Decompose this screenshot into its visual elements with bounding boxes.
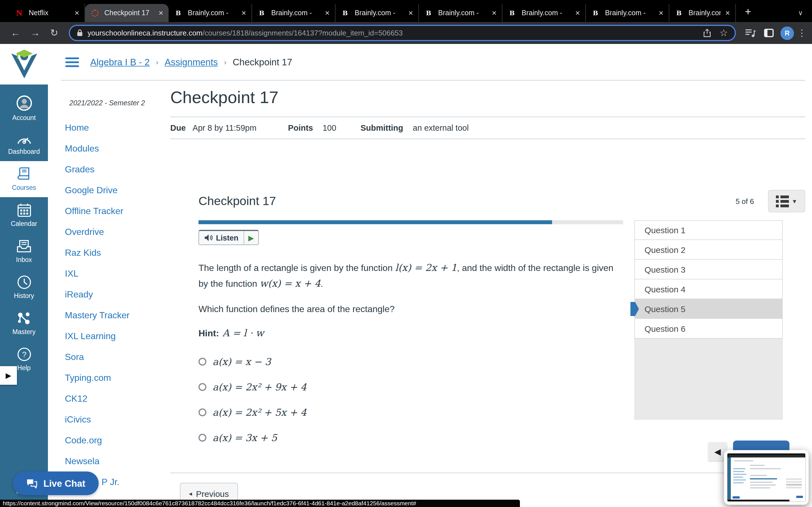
answer-option-2[interactable]: a(x) = 2x² + 9x + 4 (199, 381, 623, 393)
courses-icon (17, 167, 31, 181)
sidebar-item-account[interactable]: Account (0, 84, 48, 127)
tab-brainly-2[interactable]: B Brainly.com - ✕ (252, 4, 336, 22)
sidebar-item-mastery[interactable]: Mastery (0, 305, 48, 341)
tab-brainly-4[interactable]: B Brainly.com - ✕ (419, 4, 502, 22)
close-tab-icon[interactable]: ✕ (492, 9, 497, 17)
tab-brainly-7[interactable]: B Brainly.com - ✕ (669, 4, 736, 22)
radio-button[interactable] (199, 358, 206, 365)
course-nav-item-sora[interactable]: Sora (48, 346, 170, 367)
course-nav-item-ck12[interactable]: CK12 (48, 388, 170, 409)
share-icon[interactable] (703, 29, 711, 37)
course-nav-item-icivics[interactable]: iCivics (48, 409, 170, 430)
forward-icon[interactable]: → (31, 27, 40, 39)
question-list-item-4[interactable]: Question 4 (635, 279, 783, 299)
course-nav-item-code-org[interactable]: Code.org (48, 430, 170, 451)
course-nav-item-iready[interactable]: iReady (48, 284, 170, 305)
reload-icon[interactable]: ↻ (50, 27, 58, 39)
length-function-math: l(x) = 2x + 1 (395, 262, 457, 273)
bookmark-star-icon[interactable]: ☆ (719, 27, 728, 39)
quiz-title: Checkpoint 17 (199, 194, 276, 208)
course-nav-item-typing[interactable]: Typing.com (48, 367, 170, 388)
breadcrumb-current: Checkpoint 17 (233, 57, 292, 67)
pip-window[interactable] (724, 450, 809, 505)
due-value: Apr 8 by 11:59pm (193, 123, 257, 132)
back-icon[interactable]: ← (11, 27, 20, 39)
tab-checkpoint-17[interactable]: Checkpoint 17 ✕ (85, 4, 168, 22)
course-nav-item-raz-kids[interactable]: Raz Kids (48, 242, 170, 263)
answer-option-1[interactable]: a(x) = x − 3 (199, 356, 623, 367)
brainly-favicon: B (591, 8, 600, 17)
media-queue-icon[interactable] (745, 29, 756, 38)
close-tab-icon[interactable]: ✕ (575, 9, 580, 17)
global-nav: Account Dashboard Courses (0, 44, 48, 507)
listen-button[interactable]: Listen ▶ (199, 230, 259, 245)
course-nav-item-google-drive[interactable]: Google Drive (48, 180, 170, 201)
sidebar-item-calendar[interactable]: Calendar (0, 197, 48, 233)
new-tab-button[interactable]: + (745, 6, 751, 18)
content-area: Algebra I B - 2 › Assignments › Checkpoi… (48, 44, 812, 507)
profile-avatar[interactable]: R (780, 26, 794, 40)
close-tab-icon[interactable]: ✕ (408, 9, 413, 17)
course-nav-item-grades[interactable]: Grades (48, 159, 170, 180)
play-audio-icon[interactable]: ▶ (244, 231, 258, 244)
question-list-item-5-current[interactable]: Question 5 (635, 299, 783, 319)
quiz-frame: Checkpoint 17 5 of 6 ▼ (199, 190, 805, 457)
tab-search-chevron-icon[interactable]: ∨ (798, 9, 803, 17)
screenreader-play-overlay[interactable]: ▶ (0, 366, 17, 385)
question-list-item-6[interactable]: Question 6 (635, 319, 783, 339)
lock-icon (77, 29, 83, 37)
radio-button[interactable] (199, 408, 206, 416)
live-chat-label: Live Chat (43, 478, 86, 489)
course-nav-item-mastery-tracker[interactable]: Mastery Tracker (48, 305, 170, 326)
speaker-icon (204, 234, 213, 242)
answer-option-3[interactable]: a(x) = 2x² + 5x + 4 (199, 407, 623, 418)
close-tab-icon[interactable]: ✕ (725, 9, 730, 17)
close-tab-icon[interactable]: ✕ (325, 9, 330, 17)
tab-brainly-5[interactable]: B Brainly.com - ✕ (502, 4, 586, 22)
course-nav-item-offline-tracker[interactable]: Offline Tracker (48, 201, 170, 221)
course-nav: 2021/2022 - Semester 2 Home Modules Grad… (48, 80, 170, 507)
course-nav-item-modules[interactable]: Modules (48, 138, 170, 159)
tab-brainly-6[interactable]: B Brainly.com - ✕ (586, 4, 669, 22)
breadcrumb-assignments-link[interactable]: Assignments (165, 57, 218, 67)
course-nav-item-newsela[interactable]: Newsela (48, 451, 170, 471)
address-bar[interactable]: yourschoolonlineca.instructure.com /cour… (69, 25, 736, 41)
side-panel-icon[interactable] (764, 29, 774, 37)
calendar-icon (17, 203, 31, 217)
sidebar-item-courses[interactable]: Courses (0, 161, 48, 197)
list-icon (776, 195, 789, 207)
canvas-favicon (90, 8, 99, 17)
course-nav-item-overdrive[interactable]: Overdrive (48, 221, 170, 242)
course-nav-item-home[interactable]: Home (48, 117, 170, 138)
close-tab-icon[interactable]: ✕ (74, 9, 80, 17)
school-logo[interactable] (0, 44, 48, 84)
tab-brainly-3[interactable]: B Brainly.com - ✕ (336, 4, 419, 22)
tab-netflix[interactable]: N Netflix ✕ (10, 4, 85, 22)
question-list-item-2[interactable]: Question 2 (635, 240, 783, 260)
question-list-item-1[interactable]: Question 1 (635, 220, 783, 240)
browser-menu-dots-icon[interactable]: ⋮ (797, 27, 806, 38)
brainly-favicon: B (674, 8, 683, 17)
course-menu-hamburger-icon[interactable] (65, 57, 79, 67)
brainly-favicon: B (507, 8, 516, 17)
due-label: Due (170, 123, 186, 132)
sidebar-item-history[interactable]: History (0, 269, 48, 305)
radio-button[interactable] (199, 434, 206, 442)
tab-label: Brainly.com - (438, 9, 487, 17)
breadcrumb-course-link[interactable]: Algebra I B - 2 (90, 57, 150, 67)
radio-button[interactable] (199, 383, 206, 391)
sidebar-item-dashboard[interactable]: Dashboard (0, 127, 48, 161)
close-tab-icon[interactable]: ✕ (158, 9, 163, 17)
width-function-math: w(x) = x + 4 (260, 278, 320, 289)
course-nav-item-ixl-learning[interactable]: IXL Learning (48, 326, 170, 346)
live-chat-button[interactable]: Live Chat (13, 471, 99, 495)
tab-brainly-1[interactable]: B Brainly.com - ✕ (168, 4, 252, 22)
question-list-menu-button[interactable]: ▼ (768, 190, 805, 212)
close-tab-icon[interactable]: ✕ (659, 9, 664, 17)
course-nav-item-ixl[interactable]: IXL (48, 263, 170, 284)
url-path: /courses/1818/assignments/164137?module_… (202, 29, 403, 37)
answer-option-4[interactable]: a(x) = 3x + 5 (199, 432, 623, 443)
question-list-item-3[interactable]: Question 3 (635, 260, 783, 279)
close-tab-icon[interactable]: ✕ (241, 9, 246, 17)
sidebar-item-inbox[interactable]: Inbox (0, 233, 48, 269)
